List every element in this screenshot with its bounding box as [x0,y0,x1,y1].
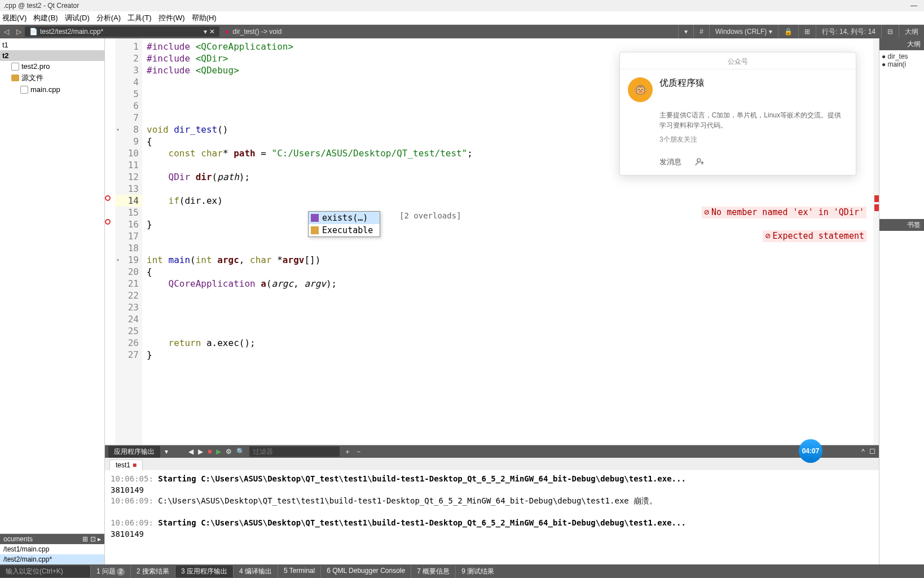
more-icon[interactable]: ⊡ [90,535,96,543]
footer-tab[interactable]: 1 问题2 [90,566,130,577]
documents-header: ocuments ⊞ ⊡ ▸ [0,534,104,544]
menu-item[interactable]: 构建(B) [33,13,58,23]
footer-tab[interactable]: 4 编译输出 [233,566,278,577]
card-followers: 3个朋友关注 [620,135,856,151]
footer-tab[interactable]: 7 概要信息 [411,566,455,577]
breadcrumb[interactable]: ● dir_test() -> void [221,27,286,37]
next-icon[interactable]: ▶ [198,448,203,456]
tree-item[interactable]: t1 [0,40,104,50]
footer-tab[interactable]: 9 测试结果 [455,566,500,577]
file-icon [11,63,19,71]
expand-icon[interactable]: ^ [861,448,865,456]
forward-icon[interactable]: ▷ [12,25,25,38]
search-icon: 🔍 [236,448,245,456]
outline-panel-header: 大纲 [879,38,924,50]
output-title: 应用程序输出 [108,446,160,458]
tree-item[interactable]: t2 [0,50,104,61]
footer-tab[interactable]: 3 应用程序输出 [175,566,233,577]
bookmarks-panel[interactable] [879,231,924,564]
message-button[interactable]: 发消息 [659,157,681,167]
footer-tab[interactable]: 2 搜索结果 [130,566,175,577]
timer-badge[interactable]: 04:07 [799,439,822,463]
document-item[interactable]: /test2/main.cpp* [0,554,104,564]
error-icon [105,195,111,201]
add-friend-icon [695,157,705,167]
split-v-icon[interactable]: ⊟ [881,25,899,38]
lock-icon[interactable]: 🔒 [778,25,798,38]
output-panel-header: 应用程序输出 ▾ ◀ ▶ ■ ▶ ⚙ 🔍 ＋ － ^ ☐ [105,445,879,458]
minimize-icon[interactable]: — [907,2,921,10]
window-title: .cpp @ test2 - Qt Creator — [0,0,924,11]
tree-item[interactable]: test2.pro [0,61,104,72]
completion-hint: [2 overloads] [399,211,461,220]
completion-item[interactable]: Executable [309,224,380,237]
outline-panel[interactable]: ● dir_tes● main(i [879,50,924,219]
dropdown-icon[interactable]: ▾ [165,448,168,456]
menu-item[interactable]: 分析(A) [96,13,121,23]
filter-input[interactable] [249,446,340,457]
encoding-label[interactable]: Windows (CRLF) ▾ [709,25,778,38]
card-category: 公众号 [620,52,856,69]
menu-item[interactable]: 工具(T) [127,13,152,23]
completion-kind-icon [311,214,319,222]
back-icon[interactable]: ◁ [0,25,12,38]
split-icon[interactable]: ⊞ [798,25,816,38]
file-icon: 📄 [29,28,38,36]
menu-item[interactable]: 视图(V) [2,13,27,23]
link-level-icon[interactable]: # [693,25,709,38]
error-strip[interactable] [873,38,879,445]
locator-input[interactable]: 输入以定位(Ctrl+K) [0,566,90,577]
folder-icon [11,75,19,81]
cursor-position: 行号: 14, 列号: 14 [816,25,881,38]
svg-point-0 [697,159,701,162]
fold-icon[interactable]: ▾ [116,254,120,266]
close-tab-icon[interactable]: ✕ [209,28,215,36]
status-bar: 输入以定位(Ctrl+K) 1 问题22 搜索结果3 应用程序输出4 编译输出5… [0,564,924,578]
output-body[interactable]: 10:06:05: Starting C:\Users\ASUS\Desktop… [105,470,879,564]
menu-item[interactable]: 帮助(H) [192,13,217,23]
remove-icon[interactable]: － [355,447,362,457]
rect-icon[interactable]: ☐ [869,448,875,456]
breadcrumb-dropdown[interactable]: ▾ [678,25,693,38]
stop-icon[interactable]: ■ [208,448,212,456]
document-item[interactable]: /test1/main.cpp [0,544,104,554]
card-description: 主要提供C语言，C加加，单片机，Linux等嵌术的交流。提供学习资料和学习代码。 [620,110,856,135]
completion-item[interactable]: exists(…) [309,212,380,224]
error-icon [105,219,111,225]
footer-tab[interactable]: 5 Terminal [278,566,320,577]
add-icon[interactable]: ＋ [344,447,351,457]
project-tree[interactable]: t1t2test2.pro源文件main.cpp [0,38,104,533]
output-tab[interactable]: test1 ■ [109,459,143,470]
prev-icon[interactable]: ◀ [188,448,193,456]
outline-item[interactable]: ● main(i [882,60,922,68]
close-panel-icon[interactable]: ▸ [98,535,101,543]
footer-tab[interactable]: 6 QML Debugger Console [320,566,411,577]
card-title: 优质程序猿 [659,77,705,102]
tree-item[interactable]: main.cpp [0,84,104,95]
close-icon[interactable]: ■ [133,461,137,469]
menu-item[interactable]: 调试(D) [65,13,90,23]
editor-tab[interactable]: 📄 test2/test2/main.cpp* ▾ ✕ [25,27,219,37]
dropdown-icon[interactable]: ▾ [204,28,207,36]
bookmarks-panel-header: 书签 [879,219,924,231]
continue-icon[interactable]: ▶ [216,448,221,456]
split-icon[interactable]: ⊞ [82,535,88,543]
fold-icon[interactable]: ▾ [116,124,120,135]
tree-item[interactable]: 源文件 [0,72,104,84]
editor-toolbar: ◁ ▷ 📄 test2/test2/main.cpp* ▾ ✕ ● dir_te… [0,25,924,38]
menu-bar: 视图(V)构建(B)调试(D)分析(A)工具(T)控件(W)帮助(H) [0,11,924,25]
completion-popup[interactable]: exists(…)Executable [308,211,380,237]
file-icon [20,86,28,94]
outline-button[interactable]: 大纲 [899,25,924,38]
menu-item[interactable]: 控件(W) [159,13,185,23]
outline-item[interactable]: ● dir_tes [882,52,922,60]
completion-kind-icon [311,226,319,234]
avatar: 🐵 [628,77,653,102]
follow-button[interactable] [695,157,705,167]
gear-icon[interactable]: ⚙ [226,448,232,456]
profile-card[interactable]: 公众号 🐵 优质程序猿 主要提供C语言，C加加，单片机，Linux等嵌术的交流。… [619,52,856,176]
